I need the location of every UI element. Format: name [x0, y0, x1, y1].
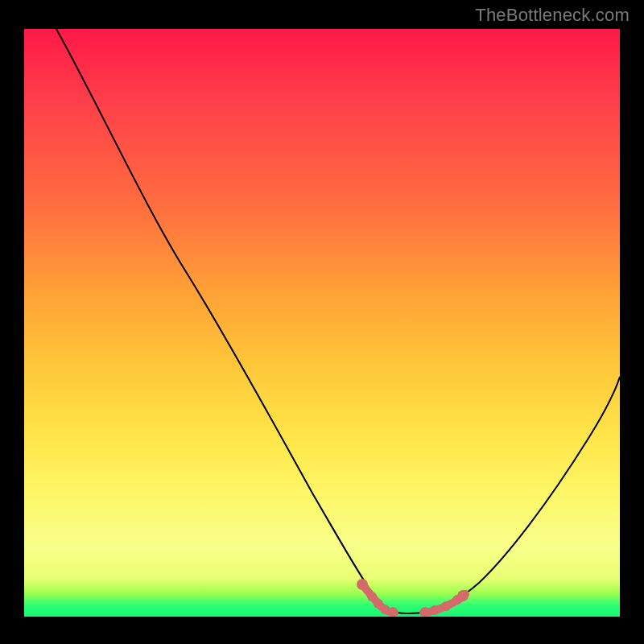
plot-area: [24, 29, 620, 617]
marker-dot: [457, 590, 469, 601]
bottleneck-curve: [24, 29, 620, 617]
attribution-text: TheBottleneck.com: [475, 5, 630, 26]
marker-dot: [430, 605, 440, 615]
chart-container: TheBottleneck.com: [0, 0, 644, 644]
marker-dot: [420, 607, 430, 617]
curve-left: [56, 29, 390, 612]
marker-dot: [357, 579, 368, 590]
curve-right: [427, 377, 620, 612]
marker-dot: [441, 601, 451, 611]
marker-dot: [367, 592, 377, 601]
marker-dot: [388, 607, 398, 617]
